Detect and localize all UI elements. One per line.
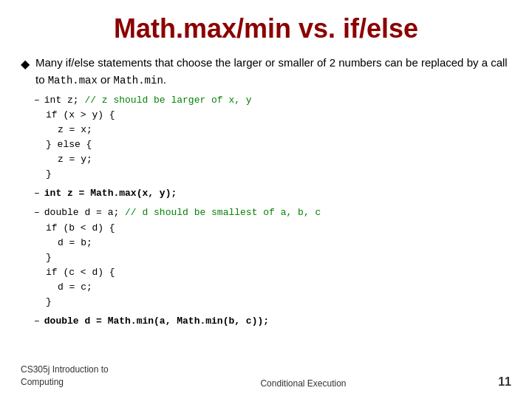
code-text: int z = Math.max(x, y);: [44, 186, 177, 201]
slide-footer: CS305j Introduction to Computing Conditi…: [21, 364, 511, 389]
code-indent-block: if (b < d) { d = b; } if (c < d) { d = c…: [46, 221, 511, 310]
code-line: d = c;: [58, 280, 511, 295]
code-line: – int z = Math.max(x, y);: [34, 186, 511, 201]
dash-icon: –: [34, 314, 40, 329]
code-indent-block: if (x > y) { z = x; } else { z = y; }: [46, 108, 511, 183]
code-text: double d = Math.min(a, Math.min(b, c));: [44, 314, 269, 329]
slide: Math.max/min vs. if/else ◆ Many if/else …: [0, 0, 532, 399]
bullet-text-middle: or: [98, 73, 114, 86]
dash-icon: –: [34, 205, 40, 220]
code-block-1: – int z; // z should be larger of x, y i…: [34, 93, 511, 183]
footer-course-line1: CS305j Introduction to: [21, 364, 109, 376]
code-line: if (x > y) {: [46, 108, 511, 123]
code-line: } else {: [46, 137, 511, 152]
footer-page-number: 11: [498, 375, 511, 389]
code-line: – double d = Math.min(a, Math.min(b, c))…: [34, 314, 511, 329]
slide-title: Math.max/min vs. if/else: [21, 13, 511, 44]
slide-content: ◆ Many if/else statements that choose th…: [21, 55, 511, 330]
code-line: if (c < d) {: [46, 265, 511, 280]
code-block-3: – double d = a; // d should be smallest …: [34, 205, 511, 310]
code-text: int z; // z should be larger of x, y: [44, 93, 252, 108]
dash-icon: –: [34, 186, 40, 201]
bullet-text: Many if/else statements that choose the …: [35, 55, 511, 89]
code-line: }: [46, 250, 511, 265]
dash-icon: –: [34, 93, 40, 108]
footer-left: CS305j Introduction to Computing: [21, 364, 109, 389]
code-line: }: [46, 295, 511, 310]
code-line: – int z; // z should be larger of x, y: [34, 93, 511, 108]
bullet-text-end: .: [163, 73, 166, 86]
code-line: z = x;: [58, 123, 511, 137]
code-line: }: [46, 167, 511, 182]
code-line: if (b < d) {: [46, 221, 511, 236]
bullet-code2: Math.min: [114, 75, 163, 86]
footer-course-line2: Computing: [21, 376, 109, 389]
code-block-2: – int z = Math.max(x, y);: [34, 186, 511, 201]
code-line: d = b;: [58, 236, 511, 250]
footer-center: Conditional Execution: [260, 378, 346, 389]
bullet-code1: Math.max: [48, 75, 98, 86]
code-block-4: – double d = Math.min(a, Math.min(b, c))…: [34, 314, 511, 329]
bullet-icon: ◆: [21, 55, 30, 73]
code-line: z = y;: [58, 152, 511, 167]
code-text: double d = a; // d should be smallest of…: [44, 205, 321, 220]
bullet-item: ◆ Many if/else statements that choose th…: [21, 55, 511, 89]
code-line: – double d = a; // d should be smallest …: [34, 205, 511, 220]
